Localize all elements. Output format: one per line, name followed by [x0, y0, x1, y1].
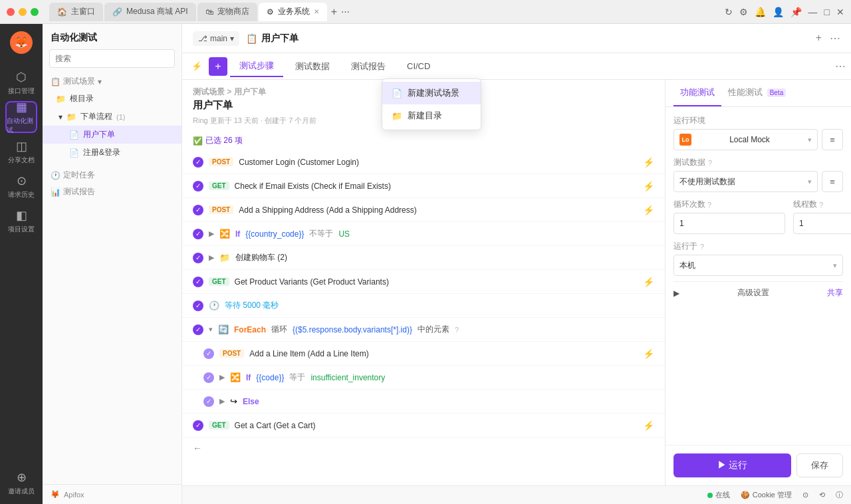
share-label: 分享文档 [8, 156, 35, 165]
maximize-window-btn[interactable] [31, 8, 39, 16]
browser-tab-home[interactable]: 🏠 主窗口 [49, 3, 103, 21]
browser-tab-business[interactable]: ⚙ 业务系统 ✕ [259, 3, 327, 21]
step-row[interactable]: ✓ POST Customer Login (Customer Login) ⚡ [182, 150, 665, 174]
panel-body: 运行环境 Lo Local Mock ▾ ≡ 测试数据 ? [666, 107, 851, 445]
loop-help-icon[interactable]: ? [707, 201, 711, 209]
search-input[interactable] [49, 49, 175, 68]
expand-8[interactable]: ▾ [209, 325, 213, 334]
save-btn[interactable]: 保存 [796, 453, 843, 477]
step-row-2[interactable]: ✓ GET Check if Email Exists (Check if Em… [182, 174, 665, 198]
expand-5[interactable]: ▶ [209, 253, 214, 262]
env-more-btn[interactable]: ≡ [822, 129, 843, 150]
sidebar-item-settings[interactable]: ◧ 项目设置 [5, 205, 37, 237]
tab-report[interactable]: 测试报告 [342, 56, 395, 77]
sidebar-item-autotest[interactable]: ▦ 自动化测试 [5, 101, 37, 133]
close-window-btn[interactable] [7, 8, 15, 16]
browser-settings-btn[interactable]: ⚙ [739, 7, 748, 17]
topbar-plus-btn[interactable]: + [816, 32, 822, 45]
step-row-4[interactable]: ✓ ▶ 🔀 If {{country_code}} 不等于 US [182, 222, 665, 246]
dropdown-new-scene[interactable]: 📄 新建测试场景 [382, 82, 481, 104]
sidebar-root-item[interactable]: 📁 根目录 [43, 90, 182, 108]
loop-input[interactable] [673, 213, 785, 234]
tab-steps[interactable]: 测试步骤 [230, 56, 283, 77]
folder-expand-icon: ▾ [59, 112, 62, 122]
maximize-btn[interactable]: □ [824, 7, 830, 17]
thread-help-icon[interactable]: ? [819, 201, 823, 209]
refresh-btn[interactable]: ↻ [725, 7, 733, 17]
tab-cicd[interactable]: CI/CD [398, 56, 439, 77]
notification-btn[interactable]: 🔔 [755, 7, 766, 17]
invite-label: 邀请成员 [8, 487, 35, 496]
foreach-help-icon[interactable]: ? [455, 326, 459, 334]
step-row-6[interactable]: ✓ GET Get Product Variants (Get Product … [182, 270, 665, 294]
status-icon-2[interactable]: ⟲ [819, 491, 825, 499]
dropdown-new-folder[interactable]: 📁 新建目录 [382, 104, 481, 127]
sidebar-item-interface[interactable]: ⬡ 接口管理 [5, 66, 37, 98]
minimize-btn[interactable]: — [808, 7, 818, 17]
step-row-11[interactable]: ✓ ▶ ↪ Else [182, 390, 665, 414]
step-action-12[interactable]: ⚡ [643, 420, 654, 431]
run-btn[interactable]: ▶ 运行 [673, 453, 791, 477]
minimize-window-btn[interactable] [19, 8, 27, 16]
cookie-management-btn[interactable]: 🍪 Cookie 管理 [741, 490, 792, 500]
report-section-label[interactable]: 📊 测试报告 [43, 184, 182, 200]
step-check-1: ✓ [193, 157, 203, 168]
filter-btn[interactable]: ⚡ [187, 57, 206, 76]
data-help-icon[interactable]: ? [708, 159, 712, 167]
panel-tab-performance[interactable]: 性能测试 Beta [721, 80, 792, 106]
expand-4[interactable]: ▶ [209, 229, 214, 238]
advanced-settings-row[interactable]: ▶ 高级设置 共享 [673, 281, 843, 304]
step-action-9[interactable]: ⚡ [643, 348, 654, 359]
run-on-select-btn[interactable]: 本机 ▾ [673, 255, 843, 276]
expand-11[interactable]: ▶ [219, 397, 225, 406]
schedule-section-label[interactable]: 🕐 定时任务 [43, 167, 182, 184]
run-on-help-icon[interactable]: ? [700, 243, 704, 251]
tabs-more-btn[interactable]: ⋯ [835, 60, 846, 72]
status-online[interactable]: 在线 [707, 490, 730, 500]
topbar-more-btn[interactable]: ⋯ [830, 32, 840, 45]
share-icon: ◫ [16, 139, 27, 154]
sidebar-register-login-item[interactable]: 📄 注册&登录 [43, 144, 182, 162]
branch-icon: ⎇ [198, 34, 207, 43]
browser-tab-medusa[interactable]: 🔗 Medusa 商城 API [104, 3, 196, 21]
close-btn[interactable]: ✕ [836, 7, 844, 17]
expand-10[interactable]: ▶ [219, 373, 225, 382]
step-row-7[interactable]: ✓ 🕐 等待 5000 毫秒 [182, 294, 665, 318]
step-row-8[interactable]: ✓ ▾ 🔄 ForEach 循环 {($5.response.body.vari… [182, 318, 665, 342]
scene-section-label[interactable]: 📋 测试场景 ▾ [43, 73, 182, 90]
env-chevron-icon: ▾ [808, 136, 812, 144]
step-row-12[interactable]: ✓ GET Get a Cart (Get a Cart) ⚡ [182, 414, 665, 438]
sidebar-user-order-item[interactable]: 📄 用户下单 [43, 126, 182, 144]
step-row-3[interactable]: ✓ POST Add a Shipping Address (Add a Shi… [182, 198, 665, 222]
sidebar-item-share[interactable]: ◫ 分享文档 [5, 136, 37, 168]
browser-tab-close-btn[interactable]: ✕ [314, 8, 319, 15]
branch-selector[interactable]: ⎇ main ▾ [193, 31, 239, 46]
step-action-1[interactable]: ⚡ [643, 157, 654, 168]
sidebar-item-invite[interactable]: ⊕ 邀请成员 [5, 467, 37, 499]
data-select-btn[interactable]: 不使用测试数据 ▾ [673, 171, 818, 192]
data-more-btn[interactable]: ≡ [822, 171, 843, 192]
tab-menu-btn[interactable]: ⋯ [341, 7, 350, 17]
status-icon-3[interactable]: ⓘ [836, 490, 843, 500]
status-icon-1[interactable]: ⊙ [802, 491, 808, 499]
thread-input[interactable] [793, 213, 851, 234]
step-row-9[interactable]: ✓ POST Add a Line Item (Add a Line Item)… [182, 342, 665, 366]
step-bottom-nav-icon[interactable]: ← [193, 443, 202, 453]
step-row-10[interactable]: ✓ ▶ 🔀 If {{code}} 等于 insufficient_invent… [182, 366, 665, 390]
sidebar-title: 自动化测试 [43, 24, 182, 49]
step-action-2[interactable]: ⚡ [643, 181, 654, 191]
sidebar-item-history[interactable]: ⊙ 请求历史 [5, 170, 37, 202]
tab-data[interactable]: 测试数据 [286, 56, 339, 77]
browser-tab-pet[interactable]: 🛍 宠物商店 [197, 3, 257, 21]
env-select-btn[interactable]: Lo Local Mock ▾ [673, 129, 818, 150]
add-step-btn[interactable]: + [209, 57, 227, 76]
step-row-5[interactable]: ✓ ▶ 📁 创建购物车 (2) [182, 246, 665, 270]
avatar-btn[interactable]: 👤 [773, 7, 784, 17]
step-action-6[interactable]: ⚡ [643, 277, 654, 287]
step-action-3[interactable]: ⚡ [643, 205, 654, 215]
share-btn[interactable]: 共享 [827, 287, 843, 299]
panel-tab-functional[interactable]: 功能测试 [673, 80, 721, 106]
sidebar-folder-order[interactable]: ▾ 📁 下单流程 (1) [43, 108, 182, 126]
new-tab-btn[interactable]: + [331, 6, 337, 18]
pin-btn[interactable]: 📌 [790, 7, 802, 17]
